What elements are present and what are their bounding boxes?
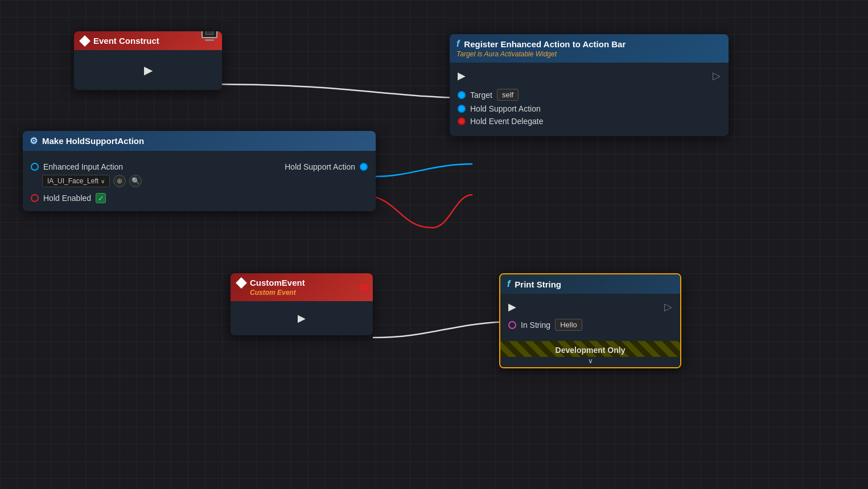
make-hold-enabled-label: Hold Enabled bbox=[43, 194, 91, 203]
register-hold-support-pin bbox=[458, 105, 466, 113]
make-hold-icon: ⚙ bbox=[30, 135, 38, 146]
make-hold-ia-row: IA_UI_Face_Left ∨ ⊕ 🔍 bbox=[31, 175, 142, 187]
register-enhanced-node: f Register Enhanced Action to Action Bar… bbox=[450, 34, 729, 136]
custom-event-header: CustomEvent Custom Event bbox=[231, 273, 373, 301]
make-hold-enabled-pin bbox=[31, 194, 39, 202]
custom-event-node: CustomEvent Custom Event ▶ bbox=[231, 273, 373, 335]
print-string-title: Print String bbox=[515, 280, 561, 289]
custom-event-title-row: CustomEvent bbox=[237, 278, 366, 287]
print-exec-in: ▶ bbox=[508, 301, 516, 313]
event-construct-exec-area: ▶ bbox=[144, 53, 153, 87]
custom-event-exec-area: ▶ bbox=[298, 304, 306, 332]
make-hold-header: ⚙ Make HoldSupportAction bbox=[23, 131, 376, 151]
event-construct-body: ▶ bbox=[74, 50, 222, 90]
custom-event-exec-pin: ▶ bbox=[298, 312, 306, 324]
make-hold-enhanced-input-label: Enhanced Input Action bbox=[43, 162, 123, 171]
print-string-body: ▶ ▷ In String Hello bbox=[500, 294, 680, 341]
make-hold-enhanced-input-pin bbox=[31, 163, 39, 171]
event-construct-title: Event Construct bbox=[93, 36, 159, 46]
register-subtitle: Target is Aura Activatable Widget bbox=[456, 50, 557, 58]
make-hold-outputs: Hold Support Action bbox=[285, 162, 368, 171]
register-body: ▶ ▷ Target self Hold Support Action Hold… bbox=[450, 63, 729, 136]
register-hold-event-row: Hold Event Delegate bbox=[458, 117, 721, 126]
monitor-icon bbox=[201, 31, 217, 38]
make-hold-body: Enhanced Input Action IA_UI_Face_Left ∨ … bbox=[23, 151, 376, 211]
register-exec-row: ▶ ▷ bbox=[458, 69, 721, 82]
make-hold-enabled-checkbox[interactable]: ✓ bbox=[96, 193, 106, 203]
register-exec-in: ▶ bbox=[458, 69, 466, 82]
custom-event-subtitle: Custom Event bbox=[237, 289, 296, 297]
print-string-node: f Print String ▶ ▷ In String Hello Devel… bbox=[499, 273, 681, 368]
register-hold-support-row: Hold Support Action bbox=[458, 104, 721, 113]
make-hold-ia-btn-search[interactable]: 🔍 bbox=[129, 175, 142, 187]
register-func-icon: f bbox=[456, 39, 459, 49]
make-hold-ia-value: IA_UI_Face_Left bbox=[47, 177, 98, 185]
register-target-label: Target bbox=[470, 91, 492, 100]
print-exec-row: ▶ ▷ bbox=[508, 301, 672, 313]
make-hold-title: Make HoldSupportAction bbox=[42, 136, 144, 146]
make-hold-output-label: Hold Support Action bbox=[285, 162, 355, 171]
event-construct-header: Event Construct bbox=[74, 31, 222, 50]
register-enhanced-header: f Register Enhanced Action to Action Bar… bbox=[450, 34, 729, 63]
print-in-string-pin bbox=[508, 321, 516, 329]
make-hold-ia-dropdown-chevron: ∨ bbox=[101, 178, 105, 184]
register-target-row: Target self bbox=[458, 89, 721, 101]
print-func-icon: f bbox=[507, 279, 510, 289]
make-hold-output-pin bbox=[360, 163, 368, 171]
make-hold-enabled-checkmark: ✓ bbox=[98, 194, 104, 203]
make-hold-ia-btn-minus[interactable]: ⊕ bbox=[113, 175, 126, 187]
register-hold-event-pin bbox=[458, 117, 466, 125]
print-in-string-label: In String bbox=[521, 320, 550, 330]
custom-event-red-pin bbox=[360, 284, 367, 291]
register-hold-support-label: Hold Support Action bbox=[470, 104, 541, 113]
dev-only-chevron[interactable]: ∨ bbox=[500, 357, 680, 367]
make-hold-enhanced-input-row: Enhanced Input Action bbox=[31, 162, 142, 171]
custom-event-diamond-icon bbox=[236, 277, 247, 289]
dev-only-chevron-icon: ∨ bbox=[588, 357, 593, 365]
dev-only-banner: Development Only bbox=[500, 341, 680, 357]
custom-event-body: ▶ bbox=[231, 301, 373, 335]
register-target-pin bbox=[458, 91, 466, 99]
register-exec-out: ▷ bbox=[713, 69, 721, 82]
print-in-string-value: Hello bbox=[555, 319, 582, 331]
make-hold-enabled-row: Hold Enabled ✓ bbox=[31, 193, 142, 203]
register-title: Register Enhanced Action to Action Bar bbox=[464, 39, 626, 49]
print-exec-out: ▷ bbox=[664, 301, 672, 313]
event-construct-diamond-icon bbox=[79, 35, 90, 47]
register-hold-event-label: Hold Event Delegate bbox=[470, 117, 543, 126]
make-hold-node: ⚙ Make HoldSupportAction Enhanced Input … bbox=[23, 131, 376, 211]
monitor-icon-area bbox=[201, 31, 217, 41]
dev-only-label: Development Only bbox=[556, 346, 626, 355]
register-target-value: self bbox=[497, 89, 519, 101]
make-hold-inputs: Enhanced Input Action IA_UI_Face_Left ∨ … bbox=[31, 159, 142, 203]
print-in-string-row: In String Hello bbox=[508, 319, 672, 331]
register-title-row: f Register Enhanced Action to Action Bar bbox=[456, 39, 626, 49]
event-construct-exec-pin: ▶ bbox=[144, 63, 153, 77]
event-construct-red-pin bbox=[219, 38, 222, 44]
make-hold-ia-dropdown[interactable]: IA_UI_Face_Left ∨ bbox=[42, 175, 110, 187]
event-construct-node: Event Construct ▶ bbox=[74, 31, 222, 90]
custom-event-title: CustomEvent bbox=[250, 278, 305, 287]
make-hold-content: Enhanced Input Action IA_UI_Face_Left ∨ … bbox=[31, 159, 368, 203]
print-string-header: f Print String bbox=[500, 274, 680, 294]
